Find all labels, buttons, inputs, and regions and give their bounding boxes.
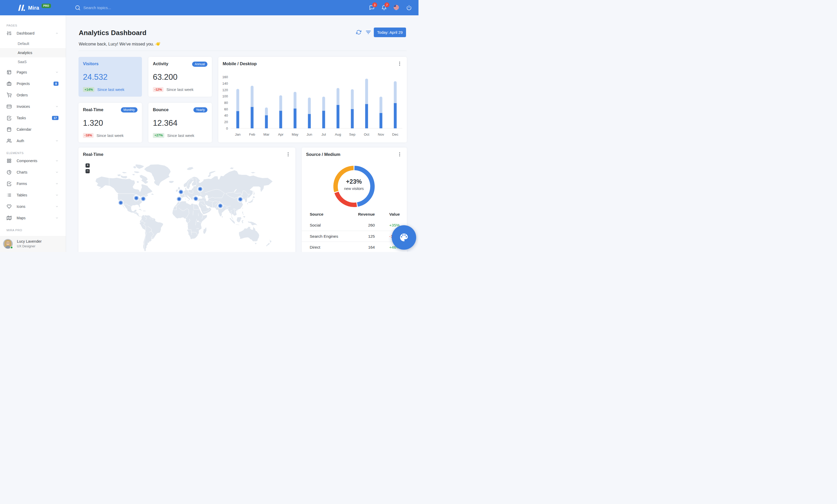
brand[interactable]: Mira PRO	[17, 4, 51, 11]
shopping-cart-icon	[7, 93, 12, 97]
svg-text:Oct: Oct	[364, 132, 369, 136]
stat-note: Since last week	[96, 133, 123, 138]
theme-settings-fab[interactable]	[392, 225, 416, 250]
credit-card-icon	[7, 104, 12, 109]
table-row-search-engines[interactable]: Search Engines125-12%	[302, 231, 407, 242]
refresh-button[interactable]	[356, 30, 361, 35]
wave-emoji-icon	[156, 41, 160, 46]
map-marker[interactable]	[118, 200, 124, 206]
sidebar-item-maps[interactable]: Maps	[0, 212, 66, 224]
sidebar-item-auth[interactable]: Auth	[0, 135, 66, 147]
avatar	[3, 239, 13, 249]
chevron-down-icon	[55, 171, 58, 174]
mobile-desktop-card: Mobile / Desktop 020406080100120140160Ja…	[218, 57, 407, 142]
sidebar-subitem-saas[interactable]: SaaS	[0, 57, 66, 67]
sidebar-item-label: Dashboard	[17, 31, 35, 35]
filter-button[interactable]	[366, 29, 371, 35]
map-menu-button[interactable]	[286, 152, 290, 156]
language-button[interactable]	[394, 5, 399, 11]
map-zoom-out-button[interactable]: −	[86, 169, 90, 173]
chevron-down-icon	[55, 182, 58, 185]
chevron-down-icon	[55, 159, 58, 162]
chevron-up-icon	[55, 32, 58, 35]
grid-icon	[7, 158, 12, 163]
calendar-icon	[7, 127, 12, 132]
svg-text:Sep: Sep	[349, 132, 355, 136]
source-menu-button[interactable]	[398, 152, 402, 156]
sidebar-badge-projects: 8	[54, 81, 58, 86]
table-row-direct[interactable]: Direct164+46%	[302, 242, 407, 252]
svg-text:Jul: Jul	[321, 132, 326, 136]
map-marker[interactable]	[193, 195, 199, 202]
notifications-count-badge: 7	[385, 2, 389, 7]
sidebar-item-invoices[interactable]: Invoices	[0, 101, 66, 112]
svg-text:Jan: Jan	[235, 132, 241, 136]
notifications-button[interactable]: 7	[381, 5, 387, 11]
chevron-down-icon	[55, 193, 58, 197]
sidebar-item-orders[interactable]: Orders	[0, 89, 66, 101]
sidebar-item-label: Calendar	[17, 127, 32, 131]
svg-text:140: 140	[222, 81, 228, 86]
svg-text:40: 40	[224, 114, 228, 117]
row-source: Social	[310, 223, 321, 228]
sidebar-item-pages[interactable]: Pages	[0, 67, 66, 78]
user-role: UX Designer	[17, 244, 35, 248]
chevron-down-icon	[55, 105, 58, 108]
sidebar-user[interactable]: Lucy Lavender UX Designer	[0, 236, 66, 252]
online-status-dot	[10, 246, 13, 249]
svg-text:0: 0	[226, 127, 228, 130]
stat-delta-chip: +14%	[83, 87, 94, 92]
table-row-social[interactable]: Social260+35%	[302, 220, 407, 231]
sidebar-item-charts[interactable]: Charts	[0, 167, 66, 178]
map-marker[interactable]	[217, 203, 224, 209]
stat-card-realtime: Real-TimeMonthly1.320-18%Since last week	[78, 103, 142, 143]
map-marker[interactable]	[133, 195, 140, 201]
stat-period-badge: Annual	[192, 61, 208, 67]
sidebar-item-calendar[interactable]: Calendar	[0, 124, 66, 135]
map-marker[interactable]	[178, 189, 184, 195]
sidebar-item-projects[interactable]: Projects8	[0, 78, 66, 89]
map-marker[interactable]	[237, 196, 244, 202]
sidebar-section-pages: PAGES	[0, 19, 66, 27]
chevron-down-icon	[55, 139, 58, 142]
chevron-up-icon	[55, 32, 58, 35]
sidebar-item-forms[interactable]: Forms	[0, 178, 66, 189]
map-icon	[7, 216, 12, 220]
calendar-icon	[7, 127, 12, 132]
sidebar-item-tables[interactable]: Tables	[0, 189, 66, 201]
sidebar-item-components[interactable]: Components	[0, 155, 66, 167]
date-button[interactable]: Today: April 29	[374, 27, 406, 37]
realtime-map-card: Real-Time + −	[78, 148, 295, 252]
sidebar-item-icons[interactable]: Icons	[0, 201, 66, 212]
stat-period-badge: Yearly	[193, 107, 208, 112]
chevron-down-icon	[55, 182, 58, 185]
logout-button[interactable]	[406, 5, 412, 11]
sidebar-item-tasks[interactable]: Tasks17	[0, 112, 66, 124]
sidebar-item-label: Orders	[17, 93, 28, 97]
map-marker[interactable]	[197, 186, 203, 192]
chevron-down-icon	[55, 217, 58, 220]
pie-chart-icon	[7, 170, 12, 174]
map-marker[interactable]	[140, 195, 146, 202]
map-marker[interactable]	[176, 196, 182, 202]
chart-title: Mobile / Desktop	[223, 61, 257, 66]
navbar-search	[75, 5, 161, 11]
messages-button[interactable]: 3	[369, 5, 375, 11]
chevron-down-icon	[55, 105, 58, 108]
stat-note: Since last week	[167, 133, 194, 138]
chart-menu-button[interactable]	[398, 61, 402, 66]
stat-value: 1.320	[83, 118, 103, 128]
search-input[interactable]	[84, 5, 161, 10]
sidebar-subitem-analytics[interactable]: Analytics	[0, 48, 66, 57]
chevron-down-icon	[55, 205, 58, 208]
pie-chart-icon	[7, 170, 12, 174]
mira-logo-icon	[17, 4, 25, 11]
row-revenue: 260	[368, 223, 375, 228]
map-icon	[7, 216, 12, 220]
map-zoom-in-button[interactable]: +	[86, 163, 90, 168]
svg-text:100: 100	[222, 94, 228, 98]
stat-title: Visitors	[83, 61, 99, 66]
sidebar-item-dashboard[interactable]: Dashboard	[0, 27, 66, 39]
sidebar-item-label: Tasks	[17, 116, 26, 120]
sidebar-subitem-default[interactable]: Default	[0, 39, 66, 48]
